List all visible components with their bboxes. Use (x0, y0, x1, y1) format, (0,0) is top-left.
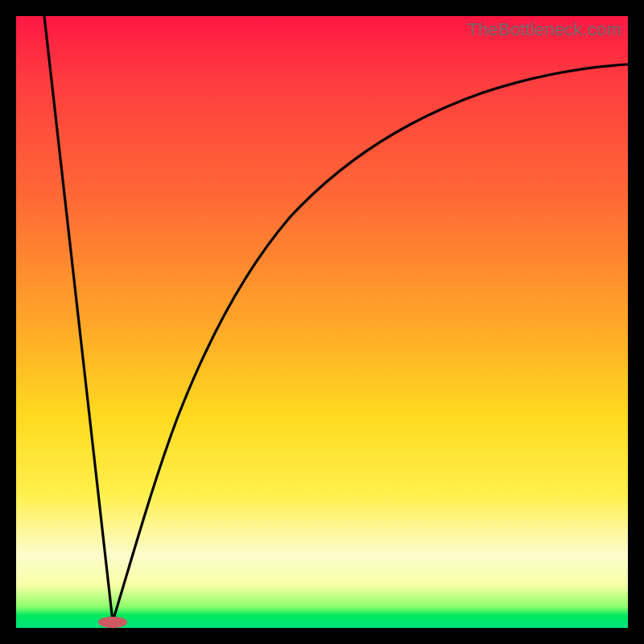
plot-area: TheBottleneck.com (16, 16, 628, 628)
curve-svg (16, 16, 628, 628)
minimum-marker (98, 617, 127, 628)
chart-frame: TheBottleneck.com (0, 0, 644, 644)
bottleneck-curve (44, 16, 628, 621)
